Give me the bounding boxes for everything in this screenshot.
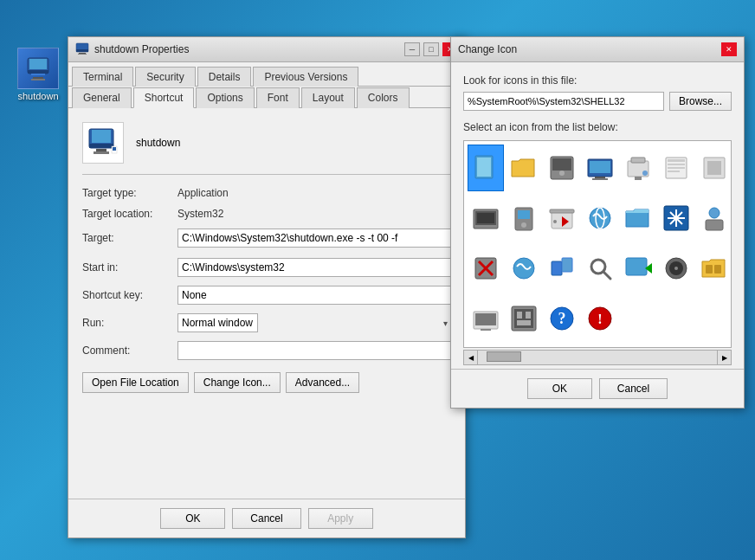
icon-cell-1[interactable]	[506, 145, 542, 191]
scroll-track[interactable]	[478, 351, 717, 364]
target-location-label: Target location:	[82, 208, 177, 220]
icon-cell-8[interactable]	[468, 195, 504, 241]
icon-file-input[interactable]	[463, 92, 664, 111]
svg-rect-18	[477, 158, 491, 177]
svg-rect-14	[94, 151, 109, 154]
target-type-value: Application	[177, 187, 229, 199]
svg-line-64	[603, 272, 610, 279]
icon-cell-26[interactable]: ?	[544, 295, 580, 342]
shortcut-name: shutdown	[136, 137, 180, 149]
icon-cell-27[interactable]: !	[582, 295, 618, 342]
apply-button[interactable]: Apply	[308, 508, 373, 529]
ok-button[interactable]: OK	[160, 508, 225, 529]
icon-cell-13[interactable]	[658, 195, 694, 241]
start-in-row: Start in:	[82, 258, 451, 277]
target-input[interactable]	[177, 229, 451, 248]
svg-rect-20	[552, 158, 571, 171]
advanced-button[interactable]: Advanced...	[286, 372, 359, 393]
icon-cell-5[interactable]	[658, 145, 694, 191]
start-in-input[interactable]	[177, 258, 451, 277]
comment-row: Comment:	[82, 341, 451, 360]
run-select-wrapper: Normal window Minimized Maximized	[177, 313, 451, 332]
icon-cell-3[interactable]	[582, 145, 618, 191]
tab-font[interactable]: Font	[256, 87, 300, 108]
change-icon-button[interactable]: Change Icon...	[194, 372, 281, 393]
tab-colors[interactable]: Colors	[357, 87, 410, 108]
svg-point-44	[521, 222, 526, 228]
svg-rect-13	[96, 149, 106, 151]
target-label: Target:	[82, 232, 177, 244]
icon-cell-24[interactable]	[468, 295, 504, 342]
icon-cell-4[interactable]	[620, 145, 656, 191]
icon-cell-17[interactable]	[506, 245, 542, 292]
icon-cell-14[interactable]	[696, 195, 732, 241]
svg-rect-41	[477, 213, 494, 223]
open-file-location-button[interactable]: Open File Location	[82, 372, 189, 393]
browse-button[interactable]: Browse...	[669, 92, 732, 111]
change-icon-ok-button[interactable]: OK	[527, 378, 592, 399]
svg-rect-70	[706, 265, 713, 274]
scroll-thumb[interactable]	[487, 351, 521, 362]
icon-cell-20[interactable]	[620, 245, 656, 292]
tab-previous-versions[interactable]: Previous Versions	[253, 67, 358, 87]
change-icon-close-button[interactable]: ✕	[721, 42, 737, 56]
properties-window-icon	[75, 42, 89, 56]
minimize-button[interactable]: ─	[404, 42, 420, 56]
svg-rect-62	[562, 258, 572, 272]
tab-terminal[interactable]: Terminal	[72, 67, 133, 87]
tab-bar: Terminal Security Details Previous Versi…	[68, 62, 465, 87]
shutdown-icon	[17, 48, 59, 89]
change-icon-cancel-button[interactable]: Cancel	[599, 378, 668, 399]
svg-rect-80	[517, 312, 522, 319]
desktop-icon-shutdown[interactable]: shutdown	[10, 48, 66, 101]
target-type-row: Target type: Application	[82, 187, 451, 199]
target-location-value: System32	[177, 208, 223, 220]
start-in-label: Start in:	[82, 261, 177, 274]
icon-cell-12[interactable]	[620, 195, 656, 241]
svg-text:?: ?	[558, 310, 566, 327]
scroll-right-arrow[interactable]: ▶	[717, 351, 731, 364]
svg-rect-23	[590, 161, 610, 173]
tab-security[interactable]: Security	[135, 67, 195, 87]
scroll-left-arrow[interactable]: ◀	[464, 351, 478, 364]
svg-point-69	[674, 267, 678, 270]
properties-titlebar: shutdown Properties ─ □ ✕	[68, 37, 465, 62]
tab-shortcut[interactable]: Shortcut	[133, 87, 195, 108]
tab-bar-2: General Shortcut Options Font Layout Col…	[68, 87, 465, 108]
icon-cell-16[interactable]	[468, 245, 504, 292]
icon-cell-10[interactable]	[544, 195, 580, 241]
icon-cell-2[interactable]	[544, 145, 580, 191]
icon-cell-22[interactable]	[696, 245, 732, 292]
run-select[interactable]: Normal window Minimized Maximized	[177, 313, 258, 332]
icon-scrollbar[interactable]: ◀ ▶	[463, 350, 732, 365]
tab-details[interactable]: Details	[197, 67, 252, 87]
icon-cell-21[interactable]	[658, 245, 694, 292]
icon-cell-18[interactable]	[544, 245, 580, 292]
action-buttons: Open File Location Change Icon... Advanc…	[82, 372, 451, 393]
svg-rect-36	[707, 161, 721, 175]
icon-cell-0[interactable]	[468, 145, 504, 191]
icon-grid-container[interactable]: ? !	[463, 140, 732, 348]
desktop: shutdown shutdown Properties ─ □ ✕	[0, 0, 755, 560]
tab-layout[interactable]: Layout	[301, 87, 355, 108]
change-icon-title: Change Icon	[458, 43, 517, 55]
tab-general[interactable]: General	[72, 87, 132, 108]
comment-input[interactable]	[177, 341, 451, 360]
icon-cell-9[interactable]	[506, 195, 542, 241]
tab-options[interactable]: Options	[196, 87, 254, 108]
run-row: Run: Normal window Minimized Maximized	[82, 313, 451, 332]
svg-rect-81	[526, 312, 531, 319]
maximize-button[interactable]: □	[423, 42, 439, 56]
svg-rect-1	[28, 70, 48, 74]
icon-cell-11[interactable]	[582, 195, 618, 241]
cancel-button[interactable]: Cancel	[232, 508, 300, 529]
shortcut-key-row: Shortcut key:	[82, 286, 451, 305]
icon-cell-25[interactable]	[506, 295, 542, 342]
shortcut-key-input[interactable]	[177, 286, 451, 305]
svg-rect-3	[29, 59, 47, 69]
change-icon-footer: OK Cancel	[451, 369, 744, 408]
icon-cell-6[interactable]	[696, 145, 732, 191]
icon-cell-19[interactable]	[582, 245, 618, 292]
target-row: Target:	[82, 229, 451, 248]
svg-rect-27	[631, 158, 645, 163]
